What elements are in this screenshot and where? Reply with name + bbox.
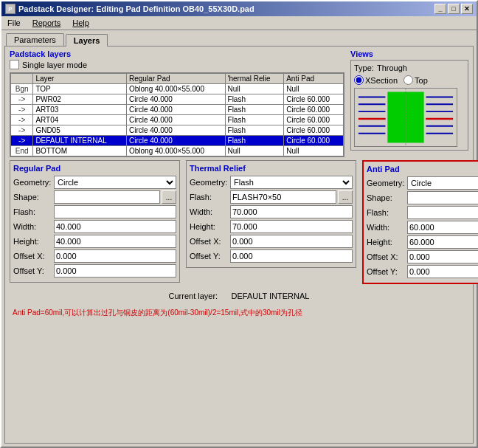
anti-pad-offsetx-row: Offset X: [367, 250, 478, 263]
regular-pad-flash-input[interactable] [54, 205, 176, 218]
row-prefix: -> [11, 94, 33, 105]
menu-reports[interactable]: Reports [30, 18, 64, 28]
menu-file[interactable]: File [4, 18, 24, 28]
row-prefix: End [11, 146, 33, 156]
minimize-button[interactable]: _ [434, 4, 446, 14]
row-thermal: Null [225, 84, 284, 94]
thermal-geometry-label: Geometry: [190, 178, 230, 187]
row-prefix: -> [11, 125, 33, 136]
thermal-height-row: Height: [190, 220, 353, 233]
radio-xsection-label[interactable]: XSection [354, 75, 398, 85]
regular-pad-shape-input[interactable] [54, 190, 160, 204]
thermal-offsety-input[interactable] [230, 249, 353, 263]
anti-pad-geometry-label: Geometry: [367, 179, 407, 187]
thermal-browse-btn[interactable]: ... [338, 190, 353, 204]
regular-pad-offsety-input[interactable] [54, 264, 176, 278]
col-header-thermal: 'hermal Relie [225, 74, 284, 84]
anti-pad-height-input[interactable] [407, 235, 478, 249]
padstack-layers-panel: Padstack layers Single layer mode Layer … [10, 49, 344, 157]
table-row[interactable]: -> DEFAULT INTERNAL Circle 40.000 Flash … [11, 136, 344, 146]
thermal-offsetx-row: Offset X: [190, 235, 353, 248]
regular-pad-editor: Regular Pad Geometry: Circle Shape: ... … [10, 160, 180, 283]
tab-layers[interactable]: Layers [66, 34, 108, 46]
table-row[interactable]: -> GND05 Circle 40.000 Flash Circle 60.0… [11, 125, 344, 136]
thermal-geometry-select[interactable]: Flash [230, 176, 353, 189]
anti-pad-geometry-row: Geometry: Circle [367, 176, 478, 190]
single-layer-row: Single layer mode [10, 60, 344, 69]
table-row[interactable]: Bgn TOP Oblong 40.000×55.000 Null Null [11, 84, 344, 94]
views-type-row: Type: Through [354, 63, 465, 72]
anti-pad-shape-label: Shape: [367, 193, 407, 202]
row-regular: Circle 40.000 [126, 105, 225, 115]
pad-visual-svg [355, 88, 457, 147]
regular-pad-width-input[interactable] [54, 220, 176, 233]
regular-pad-offsetx-row: Offset X: [13, 249, 176, 263]
padstack-layers-title: Padstack layers [10, 49, 344, 58]
table-scroll[interactable]: Layer Regular Pad 'hermal Relie Anti Pad… [10, 73, 344, 156]
thermal-offsetx-input[interactable] [230, 235, 353, 248]
single-layer-label: Single layer mode [22, 61, 87, 69]
window-title: Padstack Designer: Editing Pad Definitio… [18, 4, 254, 13]
thermal-flash-input[interactable] [230, 190, 336, 204]
table-row[interactable]: End BOTTOM Oblong 40.000×55.000 Null Nul… [11, 146, 344, 156]
regular-pad-width-label: Width: [13, 222, 54, 231]
regular-pad-height-input[interactable] [54, 235, 176, 248]
row-regular: Circle 40.000 [126, 136, 225, 146]
col-header-layer: Layer [33, 74, 127, 84]
col-header-prefix [11, 74, 33, 84]
row-anti: Circle 60.000 [284, 125, 344, 136]
table-row[interactable]: -> ART04 Circle 40.000 Flash Circle 60.0… [11, 115, 344, 125]
row-thermal: Flash [225, 94, 284, 105]
row-anti: Circle 60.000 [284, 115, 344, 125]
regular-pad-geometry-select[interactable]: Circle [54, 176, 176, 189]
row-regular: Oblong 40.000×55.000 [126, 84, 225, 94]
row-layer: GND05 [33, 125, 127, 136]
regular-pad-offsetx-label: Offset X: [13, 252, 54, 261]
tab-parameters[interactable]: Parameters [6, 33, 64, 46]
radio-top-label[interactable]: Top [403, 75, 428, 85]
pad-visual [354, 88, 457, 147]
row-prefix: Bgn [11, 84, 33, 94]
thermal-height-input[interactable] [230, 220, 353, 233]
anti-pad-shape-input[interactable] [407, 191, 478, 204]
radio-xsection[interactable] [354, 75, 364, 85]
tab-area: Parameters Layers [1, 30, 477, 46]
anti-pad-flash-input[interactable] [407, 206, 478, 219]
regular-pad-height-row: Height: [13, 235, 176, 248]
row-thermal: Flash [225, 115, 284, 125]
anti-pad-flash-row: Flash: [367, 206, 478, 219]
maximize-button[interactable]: □ [448, 4, 460, 14]
row-layer: BOTTOM [33, 146, 127, 156]
views-type-label: Type: [354, 63, 374, 72]
regular-pad-height-label: Height: [13, 237, 54, 246]
anti-pad-offsety-label: Offset Y: [367, 267, 407, 276]
anti-pad-offsetx-input[interactable] [407, 250, 478, 263]
table-row[interactable]: -> ART03 Circle 40.000 Flash Circle 60.0… [11, 105, 344, 115]
regular-pad-shape-label: Shape: [13, 193, 54, 201]
row-layer: TOP [33, 84, 127, 94]
anti-pad-offsety-input[interactable] [407, 265, 478, 278]
menu-help[interactable]: Help [69, 18, 92, 28]
thermal-offsety-row: Offset Y: [190, 249, 353, 263]
current-layer-label: Current layer: [169, 292, 218, 300]
regular-pad-offsetx-input[interactable] [54, 249, 176, 263]
anti-pad-offsetx-label: Offset X: [367, 252, 407, 261]
thermal-flash-label: Flash: [190, 193, 230, 201]
radio-xsection-text: XSection [365, 76, 398, 85]
main-content: Padstack layers Single layer mode Layer … [4, 46, 474, 444]
row-layer: DEFAULT INTERNAL [33, 136, 127, 146]
anti-pad-height-label: Height: [367, 238, 407, 247]
regular-pad-browse-btn[interactable]: ... [162, 190, 176, 204]
thermal-width-input[interactable] [230, 205, 353, 218]
close-button[interactable]: ✕ [461, 4, 473, 14]
anti-pad-geometry-select[interactable]: Circle [407, 176, 478, 190]
single-layer-checkbox[interactable] [10, 60, 19, 69]
table-row[interactable]: -> PWR02 Circle 40.000 Flash Circle 60.0… [11, 94, 344, 105]
anti-pad-width-input[interactable] [407, 221, 478, 234]
radio-top[interactable] [403, 75, 413, 85]
anti-pad-offsety-row: Offset Y: [367, 265, 478, 278]
thermal-height-label: Height: [190, 222, 230, 231]
anti-pad-height-row: Height: [367, 235, 478, 249]
regular-pad-shape-row: Shape: ... [13, 190, 176, 204]
row-regular: Circle 40.000 [126, 125, 225, 136]
